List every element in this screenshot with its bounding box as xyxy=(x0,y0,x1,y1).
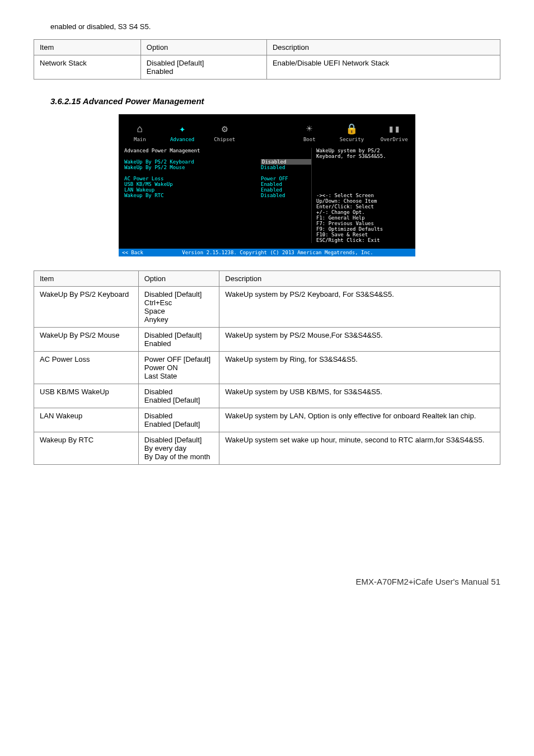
chipset-icon: ⚙ xyxy=(203,123,246,134)
table-cell: Disabled [Default] Enabled xyxy=(138,328,219,352)
table-cell: Disabled [Default] Ctrl+Esc Space Anykey xyxy=(138,287,219,328)
table-row: USB KB/MS WakeUpDisabled Enabled [Defaul… xyxy=(34,384,500,408)
bios-help-text: -><-: Select Screen Up/Down: Choose Item… xyxy=(316,193,410,243)
bios-setting-label: LAN Wakeup xyxy=(124,187,261,193)
table-cell: WakeUp system by LAN, Option is only eff… xyxy=(219,408,500,432)
bios-setting-label: USB KB/MS WakeUp xyxy=(124,181,261,187)
table-cell: Wakeup By RTC xyxy=(34,432,139,465)
bios-setting-row[interactable]: AC Power LossPower OFF xyxy=(124,176,311,181)
bios-setting-value: Disabled xyxy=(261,193,311,198)
table-cell: USB KB/MS WakeUp xyxy=(34,384,139,408)
table-cell: Enable/Disable UEFI Network Stack xyxy=(266,55,500,80)
bios-screenshot: ⌂Main✦Advanced⚙Chipset☀Boot🔒Security▮▮Ov… xyxy=(119,114,415,256)
bios-setting-row[interactable]: LAN WakeupEnabled xyxy=(124,187,311,193)
bios-setting-row[interactable]: WakeUp By PS/2 MouseDisabled xyxy=(124,165,311,170)
bios-tab-main[interactable]: ⌂Main xyxy=(119,123,161,142)
table-row: AC Power LossPower OFF [Default] Power O… xyxy=(34,352,500,384)
bios-tab-label: Chipset xyxy=(203,137,246,142)
bios-tab-label: Boot xyxy=(288,137,331,142)
bios-item-desc: WakeUp system by PS/2 Keyboard, for S3&S… xyxy=(316,148,410,159)
bios-copyright: Version 2.15.1238. Copyright (C) 2013 Am… xyxy=(143,250,412,255)
bios-tab-label: Advanced xyxy=(161,137,204,142)
bios-setting-label: AC Power Loss xyxy=(124,176,261,181)
bios-tab-advanced[interactable]: ✦Advanced xyxy=(161,123,204,142)
bios-setting-label: WakeUp By PS/2 Mouse xyxy=(124,165,261,170)
bios-tab-overdrive[interactable]: ▮▮OverDrive xyxy=(373,123,415,142)
bios-setting-row[interactable]: USB KB/MS WakeUpEnabled xyxy=(124,181,311,187)
bios-tab-security[interactable]: 🔒Security xyxy=(331,123,373,142)
bios-setting-row[interactable]: WakeUp By PS/2 KeyboardDisabled xyxy=(124,159,311,165)
table-network-stack: Item Option Description Network StackDis… xyxy=(34,39,500,80)
bios-tab-label: Security xyxy=(331,137,373,142)
bios-setting-label xyxy=(124,170,261,176)
table-cell: WakeUp By PS/2 Mouse xyxy=(34,328,139,352)
bios-tab-label: Main xyxy=(119,137,161,142)
bios-panel-title: Advanced Power Management xyxy=(124,148,311,153)
col-option: Option xyxy=(140,40,266,55)
table-row: WakeUp By PS/2 KeyboardDisabled [Default… xyxy=(34,287,500,328)
bios-setting-row[interactable]: Wakeup By RTCDisabled xyxy=(124,193,311,198)
table-cell: WakeUp system by PS/2 Keyboard, For S3&S… xyxy=(219,287,500,328)
table-row: LAN WakeupDisabled Enabled [Default]Wake… xyxy=(34,408,500,432)
table-cell: WakeUp system by PS/2 Mouse,For S3&S4&S5… xyxy=(219,328,500,352)
table-cell: WakeUp system set wake up hour, minute, … xyxy=(219,432,500,465)
table-cell: Disabled [Default] Enabled xyxy=(140,55,266,80)
bios-tab-label: OverDrive xyxy=(373,137,415,142)
table-cell: AC Power Loss xyxy=(34,352,139,384)
table-cell: LAN Wakeup xyxy=(34,408,139,432)
table-cell: Network Stack xyxy=(34,55,141,80)
table-advanced-power: Item Option Description WakeUp By PS/2 K… xyxy=(34,270,500,465)
bios-setting-value: Disabled xyxy=(261,165,311,170)
top-text: enabled or disabled, S3 S4 S5. xyxy=(50,22,500,31)
col-description: Description xyxy=(219,271,500,287)
table-cell: Disabled [Default] By every day By Day o… xyxy=(138,432,219,465)
table-row: WakeUp By PS/2 MouseDisabled [Default] E… xyxy=(34,328,500,352)
bios-back-button[interactable]: << Back xyxy=(122,250,143,255)
bios-setting-value: Enabled xyxy=(261,181,311,187)
table-cell: WakeUp By PS/2 Keyboard xyxy=(34,287,139,328)
col-item: Item xyxy=(34,271,139,287)
security-icon: 🔒 xyxy=(331,123,373,134)
table-row: Network StackDisabled [Default] EnabledE… xyxy=(34,55,500,80)
bios-setting-row xyxy=(124,170,311,176)
main-icon: ⌂ xyxy=(119,123,161,134)
bios-tab-blank[interactable] xyxy=(246,123,288,142)
bios-setting-value: Power OFF xyxy=(261,176,311,181)
table-row: Wakeup By RTCDisabled [Default] By every… xyxy=(34,432,500,465)
table-cell: Power OFF [Default] Power ON Last State xyxy=(138,352,219,384)
bios-setting-value xyxy=(261,170,311,176)
bios-tab-chipset[interactable]: ⚙Chipset xyxy=(203,123,246,142)
page-footer: EMX-A70FM2+iCafe User's Manual 51 xyxy=(34,577,500,586)
bios-setting-value: Disabled xyxy=(261,159,311,165)
col-option: Option xyxy=(138,271,219,287)
section-title: 3.6.2.15 Advanced Power Management xyxy=(50,96,500,106)
table-cell: Disabled Enabled [Default] xyxy=(138,384,219,408)
boot-icon: ☀ xyxy=(288,123,331,134)
bios-setting-label: WakeUp By PS/2 Keyboard xyxy=(124,159,261,165)
bios-setting-value: Enabled xyxy=(261,187,311,193)
advanced-icon: ✦ xyxy=(161,123,204,134)
table-cell: WakeUp system by USB KB/MS, for S3&S4&S5… xyxy=(219,384,500,408)
col-description: Description xyxy=(266,40,500,55)
bios-setting-label: Wakeup By RTC xyxy=(124,193,261,198)
bios-tab-boot[interactable]: ☀Boot xyxy=(288,123,331,142)
table-cell: Disabled Enabled [Default] xyxy=(138,408,219,432)
overdrive-icon: ▮▮ xyxy=(373,123,415,134)
col-item: Item xyxy=(34,40,141,55)
table-cell: WakeUp system by Ring, for S3&S4&S5. xyxy=(219,352,500,384)
